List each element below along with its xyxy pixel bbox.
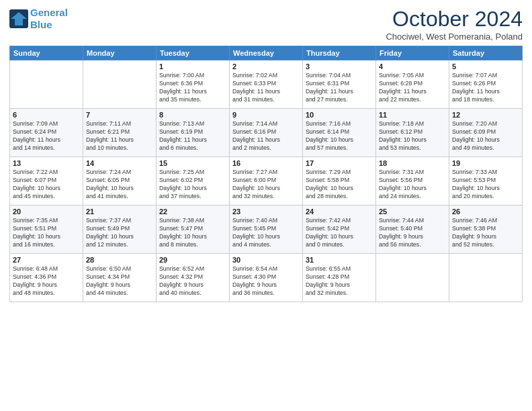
calendar-cell: 5Sunrise: 7:07 AM Sunset: 6:26 PM Daylig… — [449, 60, 523, 109]
calendar-cell: 17Sunrise: 7:29 AM Sunset: 5:58 PM Dayli… — [303, 157, 376, 205]
day-info: Sunrise: 7:09 AM Sunset: 6:24 PM Dayligh… — [13, 120, 80, 152]
day-number: 27 — [13, 256, 80, 264]
day-info: Sunrise: 6:54 AM Sunset: 4:30 PM Dayligh… — [232, 265, 300, 298]
day-number: 20 — [13, 208, 80, 216]
day-info: Sunrise: 7:14 AM Sunset: 6:16 PM Dayligh… — [232, 120, 300, 152]
title-block: October 2024 Chociwel, West Pomerania, P… — [386, 7, 523, 42]
day-number: 26 — [452, 208, 519, 216]
page: General Blue October 2024 Chociwel, West… — [0, 0, 532, 411]
calendar-cell: 29Sunrise: 6:52 AM Sunset: 4:32 PM Dayli… — [157, 254, 230, 302]
calendar-cell: 20Sunrise: 7:35 AM Sunset: 5:51 PM Dayli… — [10, 205, 83, 254]
day-info: Sunrise: 7:42 AM Sunset: 5:42 PM Dayligh… — [306, 217, 373, 249]
calendar-week-0: 1Sunrise: 7:00 AM Sunset: 6:36 PM Daylig… — [10, 60, 523, 109]
calendar-cell: 25Sunrise: 7:44 AM Sunset: 5:40 PM Dayli… — [376, 205, 449, 254]
calendar-cell: 2Sunrise: 7:02 AM Sunset: 6:33 PM Daylig… — [230, 60, 303, 109]
calendar-cell: 18Sunrise: 7:31 AM Sunset: 5:56 PM Dayli… — [376, 157, 449, 205]
day-number: 19 — [452, 159, 519, 167]
calendar-cell: 15Sunrise: 7:25 AM Sunset: 6:02 PM Dayli… — [157, 157, 230, 205]
day-info: Sunrise: 7:31 AM Sunset: 5:56 PM Dayligh… — [379, 169, 446, 201]
calendar-cell — [83, 60, 157, 109]
logo-line1: General — [30, 7, 68, 18]
logo: General Blue — [9, 7, 68, 31]
calendar-cell: 10Sunrise: 7:16 AM Sunset: 6:14 PM Dayli… — [303, 109, 376, 157]
calendar-cell: 3Sunrise: 7:04 AM Sunset: 6:31 PM Daylig… — [303, 60, 376, 109]
calendar-cell: 24Sunrise: 7:42 AM Sunset: 5:42 PM Dayli… — [303, 205, 376, 254]
day-info: Sunrise: 7:11 AM Sunset: 6:21 PM Dayligh… — [86, 120, 153, 152]
col-friday: Friday — [376, 46, 449, 60]
calendar-cell: 8Sunrise: 7:13 AM Sunset: 6:19 PM Daylig… — [157, 109, 230, 157]
day-number: 11 — [379, 111, 446, 119]
day-info: Sunrise: 7:07 AM Sunset: 6:26 PM Dayligh… — [452, 72, 519, 104]
logo-line2: Blue — [30, 19, 52, 30]
calendar-cell: 4Sunrise: 7:05 AM Sunset: 6:28 PM Daylig… — [376, 60, 449, 109]
svg-rect-2 — [16, 20, 21, 26]
day-number: 21 — [86, 208, 153, 216]
day-number: 6 — [13, 111, 80, 119]
day-info: Sunrise: 7:05 AM Sunset: 6:28 PM Dayligh… — [379, 72, 446, 104]
day-info: Sunrise: 7:16 AM Sunset: 6:14 PM Dayligh… — [306, 120, 373, 152]
day-number: 23 — [232, 208, 300, 216]
calendar-cell: 26Sunrise: 7:46 AM Sunset: 5:38 PM Dayli… — [449, 205, 523, 254]
day-number: 10 — [306, 111, 373, 119]
day-info: Sunrise: 7:38 AM Sunset: 5:47 PM Dayligh… — [159, 217, 226, 249]
month-title: October 2024 — [386, 7, 523, 32]
calendar-cell: 16Sunrise: 7:27 AM Sunset: 6:00 PM Dayli… — [230, 157, 303, 205]
col-thursday: Thursday — [303, 46, 376, 60]
day-info: Sunrise: 7:20 AM Sunset: 6:09 PM Dayligh… — [452, 120, 519, 152]
calendar-cell: 11Sunrise: 7:18 AM Sunset: 6:12 PM Dayli… — [376, 109, 449, 157]
day-number: 5 — [452, 62, 519, 71]
calendar-cell: 12Sunrise: 7:20 AM Sunset: 6:09 PM Dayli… — [449, 109, 523, 157]
col-saturday: Saturday — [449, 46, 523, 60]
calendar-cell: 14Sunrise: 7:24 AM Sunset: 6:05 PM Dayli… — [83, 157, 157, 205]
calendar-cell: 9Sunrise: 7:14 AM Sunset: 6:16 PM Daylig… — [230, 109, 303, 157]
day-info: Sunrise: 6:55 AM Sunset: 4:28 PM Dayligh… — [306, 265, 373, 298]
calendar-week-4: 27Sunrise: 6:48 AM Sunset: 4:36 PM Dayli… — [10, 254, 523, 302]
calendar-cell: 31Sunrise: 6:55 AM Sunset: 4:28 PM Dayli… — [303, 254, 376, 302]
day-info: Sunrise: 7:33 AM Sunset: 5:53 PM Dayligh… — [452, 169, 519, 201]
day-number: 25 — [379, 208, 446, 216]
day-number: 3 — [306, 62, 373, 71]
day-info: Sunrise: 7:22 AM Sunset: 6:07 PM Dayligh… — [13, 169, 80, 201]
day-number: 13 — [13, 159, 80, 167]
day-number: 7 — [86, 111, 153, 119]
calendar-cell: 21Sunrise: 7:37 AM Sunset: 5:49 PM Dayli… — [83, 205, 157, 254]
day-number: 16 — [232, 159, 300, 167]
calendar-cell: 28Sunrise: 6:50 AM Sunset: 4:34 PM Dayli… — [83, 254, 157, 302]
day-number: 15 — [159, 159, 226, 167]
day-info: Sunrise: 7:04 AM Sunset: 6:31 PM Dayligh… — [306, 72, 373, 104]
calendar-cell: 23Sunrise: 7:40 AM Sunset: 5:45 PM Dayli… — [230, 205, 303, 254]
calendar-cell: 27Sunrise: 6:48 AM Sunset: 4:36 PM Dayli… — [10, 254, 83, 302]
day-info: Sunrise: 6:52 AM Sunset: 4:32 PM Dayligh… — [159, 265, 226, 298]
day-number: 24 — [306, 208, 373, 216]
day-info: Sunrise: 7:35 AM Sunset: 5:51 PM Dayligh… — [13, 217, 80, 249]
logo-text: General Blue — [30, 7, 68, 31]
day-info: Sunrise: 7:46 AM Sunset: 5:38 PM Dayligh… — [452, 217, 519, 249]
day-info: Sunrise: 7:18 AM Sunset: 6:12 PM Dayligh… — [379, 120, 446, 152]
day-info: Sunrise: 7:13 AM Sunset: 6:19 PM Dayligh… — [159, 120, 226, 152]
day-info: Sunrise: 6:48 AM Sunset: 4:36 PM Dayligh… — [13, 265, 80, 298]
calendar-table: Sunday Monday Tuesday Wednesday Thursday… — [9, 46, 523, 302]
calendar-cell: 7Sunrise: 7:11 AM Sunset: 6:21 PM Daylig… — [83, 109, 157, 157]
calendar-body: 1Sunrise: 7:00 AM Sunset: 6:36 PM Daylig… — [10, 60, 523, 302]
calendar-cell: 6Sunrise: 7:09 AM Sunset: 6:24 PM Daylig… — [10, 109, 83, 157]
day-info: Sunrise: 7:29 AM Sunset: 5:58 PM Dayligh… — [306, 169, 373, 201]
day-number: 8 — [159, 111, 226, 119]
day-info: Sunrise: 7:44 AM Sunset: 5:40 PM Dayligh… — [379, 217, 446, 249]
calendar-week-1: 6Sunrise: 7:09 AM Sunset: 6:24 PM Daylig… — [10, 109, 523, 157]
day-info: Sunrise: 7:27 AM Sunset: 6:00 PM Dayligh… — [232, 169, 300, 201]
day-number: 14 — [86, 159, 153, 167]
day-number: 4 — [379, 62, 446, 71]
calendar-cell: 1Sunrise: 7:00 AM Sunset: 6:36 PM Daylig… — [157, 60, 230, 109]
calendar-cell: 22Sunrise: 7:38 AM Sunset: 5:47 PM Dayli… — [157, 205, 230, 254]
calendar-week-3: 20Sunrise: 7:35 AM Sunset: 5:51 PM Dayli… — [10, 205, 523, 254]
calendar-cell: 30Sunrise: 6:54 AM Sunset: 4:30 PM Dayli… — [230, 254, 303, 302]
calendar-cell — [10, 60, 83, 109]
day-info: Sunrise: 7:24 AM Sunset: 6:05 PM Dayligh… — [86, 169, 153, 201]
day-number: 29 — [159, 256, 226, 264]
col-wednesday: Wednesday — [230, 46, 303, 60]
header-row: Sunday Monday Tuesday Wednesday Thursday… — [10, 46, 523, 60]
day-number: 9 — [232, 111, 300, 119]
day-info: Sunrise: 7:37 AM Sunset: 5:49 PM Dayligh… — [86, 217, 153, 249]
day-info: Sunrise: 7:02 AM Sunset: 6:33 PM Dayligh… — [232, 72, 300, 104]
day-number: 28 — [86, 256, 153, 264]
